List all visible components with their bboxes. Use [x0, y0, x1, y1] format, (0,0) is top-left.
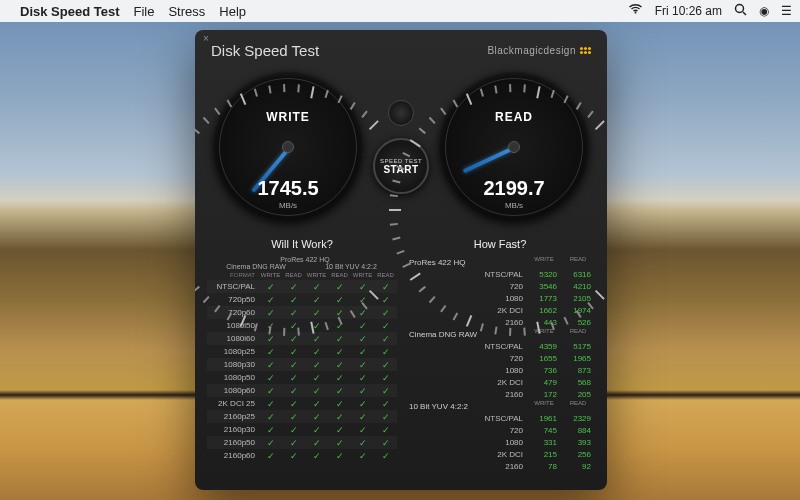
check-icon: ✓ — [259, 347, 282, 357]
check-icon: ✓ — [282, 295, 305, 305]
check-icon: ✓ — [282, 438, 305, 448]
brand-dots-icon — [580, 47, 591, 54]
check-icon: ✓ — [328, 347, 351, 357]
window-title: Disk Speed Test — [211, 42, 319, 59]
check-icon: ✓ — [305, 308, 328, 318]
format-row: 2K DCI 25✓✓✓✓✓✓ — [207, 397, 397, 410]
format-row: 1080i50✓✓✓✓✓✓ — [207, 319, 397, 332]
check-icon: ✓ — [328, 399, 351, 409]
check-icon: ✓ — [282, 308, 305, 318]
spotlight-icon[interactable] — [734, 3, 747, 19]
check-icon: ✓ — [259, 308, 282, 318]
check-icon: ✓ — [328, 360, 351, 370]
speed-row: 2K DCI215256 — [405, 448, 595, 460]
check-icon: ✓ — [259, 295, 282, 305]
check-icon: ✓ — [259, 412, 282, 422]
check-icon: ✓ — [351, 399, 374, 409]
check-icon: ✓ — [305, 451, 328, 461]
check-icon: ✓ — [374, 321, 397, 331]
format-row: 1080i60✓✓✓✓✓✓ — [207, 332, 397, 345]
check-icon: ✓ — [328, 386, 351, 396]
speed-row: NTSC/PAL19612329 — [405, 412, 595, 424]
check-icon: ✓ — [328, 308, 351, 318]
format-row: 2160p25✓✓✓✓✓✓ — [207, 410, 397, 423]
format-row: 2160p50✓✓✓✓✓✓ — [207, 436, 397, 449]
wifi-icon[interactable] — [628, 4, 643, 18]
check-icon: ✓ — [374, 360, 397, 370]
speed-row: NTSC/PAL53206316 — [405, 268, 595, 280]
read-gauge-label: READ — [439, 110, 589, 124]
check-icon: ✓ — [374, 399, 397, 409]
app-window: × Disk Speed Test Blackmagicdesign WRITE… — [195, 30, 607, 490]
check-icon: ✓ — [259, 282, 282, 292]
write-value: 1745.5 — [213, 177, 363, 200]
check-icon: ✓ — [351, 373, 374, 383]
svg-line-1 — [743, 12, 746, 15]
close-button[interactable]: × — [201, 34, 211, 44]
speed-row: 72035464210 — [405, 280, 595, 292]
check-icon: ✓ — [374, 373, 397, 383]
check-icon: ✓ — [351, 451, 374, 461]
check-icon: ✓ — [351, 321, 374, 331]
format-row: 1080p50✓✓✓✓✓✓ — [207, 371, 397, 384]
clock[interactable]: Fri 10:26 am — [655, 4, 722, 18]
speed-row: 72016551965 — [405, 352, 595, 364]
format-row: 2160p30✓✓✓✓✓✓ — [207, 423, 397, 436]
read-gauge: READ 2199.7 MB/s — [439, 72, 589, 222]
speed-row: 1080736873 — [405, 364, 595, 376]
check-icon: ✓ — [282, 360, 305, 370]
check-icon: ✓ — [282, 386, 305, 396]
check-icon: ✓ — [351, 412, 374, 422]
format-row: 1080p30✓✓✓✓✓✓ — [207, 358, 397, 371]
format-row: 1080p60✓✓✓✓✓✓ — [207, 384, 397, 397]
check-icon: ✓ — [351, 334, 374, 344]
write-unit: MB/s — [213, 201, 363, 210]
check-icon: ✓ — [328, 373, 351, 383]
check-icon: ✓ — [259, 386, 282, 396]
check-icon: ✓ — [351, 347, 374, 357]
check-icon: ✓ — [282, 334, 305, 344]
check-icon: ✓ — [305, 399, 328, 409]
check-icon: ✓ — [328, 282, 351, 292]
check-icon: ✓ — [374, 347, 397, 357]
check-icon: ✓ — [259, 334, 282, 344]
check-icon: ✓ — [328, 438, 351, 448]
check-icon: ✓ — [282, 399, 305, 409]
check-icon: ✓ — [259, 373, 282, 383]
check-icon: ✓ — [374, 334, 397, 344]
will-it-work-title: Will It Work? — [207, 234, 397, 256]
menu-stress[interactable]: Stress — [168, 4, 205, 19]
format-row: 1080p25✓✓✓✓✓✓ — [207, 345, 397, 358]
check-icon: ✓ — [374, 451, 397, 461]
format-row: 720p60✓✓✓✓✓✓ — [207, 306, 397, 319]
how-fast-panel: How Fast? ProRes 422 HQWRITEREADNTSC/PAL… — [405, 234, 595, 472]
check-icon: ✓ — [305, 360, 328, 370]
check-icon: ✓ — [259, 399, 282, 409]
speed-row: 2K DCI16621974 — [405, 304, 595, 316]
notification-center-icon[interactable]: ☰ — [781, 4, 792, 18]
check-icon: ✓ — [259, 451, 282, 461]
speed-row: 2K DCI479568 — [405, 376, 595, 388]
check-icon: ✓ — [351, 438, 374, 448]
read-unit: MB/s — [439, 201, 589, 210]
check-icon: ✓ — [305, 412, 328, 422]
check-icon: ✓ — [305, 334, 328, 344]
menu-help[interactable]: Help — [219, 4, 246, 19]
siri-icon[interactable]: ◉ — [759, 4, 769, 18]
check-icon: ✓ — [282, 412, 305, 422]
check-icon: ✓ — [328, 451, 351, 461]
brand-label: Blackmagicdesign — [487, 45, 591, 56]
check-icon: ✓ — [305, 425, 328, 435]
speed-row: 1080331393 — [405, 436, 595, 448]
app-name[interactable]: Disk Speed Test — [20, 4, 119, 19]
menu-file[interactable]: File — [133, 4, 154, 19]
check-icon: ✓ — [282, 425, 305, 435]
check-icon: ✓ — [259, 438, 282, 448]
check-icon: ✓ — [305, 373, 328, 383]
read-value: 2199.7 — [439, 177, 589, 200]
check-icon: ✓ — [374, 425, 397, 435]
check-icon: ✓ — [282, 321, 305, 331]
check-icon: ✓ — [328, 295, 351, 305]
menubar: Disk Speed Test File Stress Help Fri 10:… — [0, 0, 800, 22]
check-icon: ✓ — [328, 425, 351, 435]
